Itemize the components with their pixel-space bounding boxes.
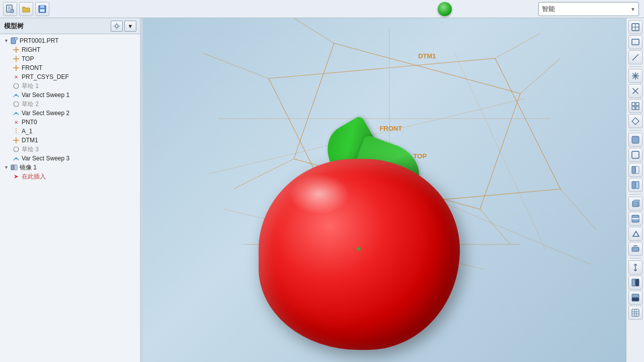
- svg-rect-82: [632, 294, 639, 298]
- svg-point-24: [15, 94, 17, 96]
- svg-rect-32: [11, 165, 14, 170]
- svg-rect-83: [632, 298, 639, 301]
- svg-rect-74: [632, 202, 638, 207]
- new-button[interactable]: [3, 2, 17, 16]
- top-viewport-label: TOP: [414, 152, 427, 160]
- rt-cross2-button[interactable]: [628, 84, 642, 98]
- rt-shade-dark-button[interactable]: [628, 291, 642, 305]
- rt-flatten-button[interactable]: [628, 242, 642, 256]
- tree-item-sweep2[interactable]: Var Sect Sweep 2: [0, 109, 140, 118]
- right-toolbar: [626, 18, 644, 362]
- panel-splitter[interactable]: [140, 18, 143, 362]
- rt-view-normal-button[interactable]: [628, 20, 642, 34]
- rt-hidden-line-button[interactable]: [628, 163, 642, 177]
- tree-item-csys[interactable]: ✕ PRT_CSYS_DEF: [0, 72, 140, 81]
- svg-line-37: [294, 18, 334, 43]
- rt-line-button[interactable]: [628, 50, 642, 64]
- rt-separator-2: [629, 130, 641, 131]
- panel-header: 模型树 ▼: [0, 18, 140, 34]
- tree-item-sweep1[interactable]: Var Sect Sweep 1: [0, 90, 140, 100]
- apple-3d-model: [244, 119, 475, 350]
- svg-rect-70: [632, 166, 635, 173]
- svg-rect-64: [636, 103, 639, 106]
- tree-item-root[interactable]: ▼ PRT0001.PRT: [0, 36, 140, 45]
- model-tree: ▼ PRT0001.PRT RIGHT: [0, 34, 140, 362]
- svg-rect-55: [632, 39, 639, 45]
- svg-rect-77: [632, 247, 639, 251]
- rt-cross1-button[interactable]: [628, 69, 642, 83]
- dtm1-viewport-label: DTM1: [418, 52, 436, 60]
- save-button[interactable]: [35, 2, 49, 16]
- rt-zoom-button[interactable]: [628, 227, 642, 241]
- tree-item-top[interactable]: TOP: [0, 54, 140, 63]
- svg-point-26: [15, 112, 17, 114]
- tree-options-button[interactable]: ▼: [124, 21, 136, 32]
- svg-point-25: [14, 102, 19, 107]
- rt-shade-light-button[interactable]: [628, 276, 642, 290]
- rt-view-2d-button[interactable]: [628, 35, 642, 49]
- tree-item-sketch1[interactable]: 草绘 1: [0, 81, 140, 90]
- tree-settings-button[interactable]: [111, 21, 123, 32]
- tree-item-right[interactable]: RIGHT: [0, 45, 140, 54]
- tree-item-pnto[interactable]: ✕ PNT0: [0, 118, 140, 127]
- mode-dropdown-value: 智能: [542, 5, 555, 14]
- svg-rect-33: [15, 165, 17, 170]
- svg-point-23: [14, 83, 19, 88]
- tree-item-front[interactable]: FRONT: [0, 63, 140, 72]
- mode-dropdown[interactable]: 智能: [538, 2, 639, 16]
- svg-rect-84: [632, 309, 639, 316]
- svg-rect-73: [635, 182, 639, 189]
- apple-highlight: [289, 174, 349, 214]
- svg-point-31: [15, 157, 17, 159]
- rt-separator-1: [629, 66, 641, 67]
- svg-rect-66: [636, 107, 639, 110]
- 3d-viewport[interactable]: DTM1 FRONT TOP ↖: [143, 18, 626, 362]
- front-viewport-label: FRONT: [379, 125, 402, 132]
- svg-rect-68: [632, 136, 639, 143]
- rt-datum-button[interactable]: [628, 114, 642, 128]
- svg-line-43: [560, 189, 596, 229]
- svg-marker-67: [632, 118, 639, 125]
- tree-item-sketch2[interactable]: 草绘 2: [0, 100, 140, 109]
- svg-line-42: [495, 33, 540, 58]
- svg-rect-69: [632, 151, 639, 158]
- top-toolbar: 智能: [0, 0, 644, 18]
- svg-rect-81: [635, 279, 639, 286]
- status-indicator: [438, 2, 452, 16]
- tree-item-sweep3[interactable]: Var Sect Sweep 3: [0, 154, 140, 163]
- rt-wireframe-button[interactable]: [628, 148, 642, 162]
- svg-rect-80: [632, 279, 635, 286]
- svg-line-56: [632, 54, 638, 60]
- open-button[interactable]: [19, 2, 33, 16]
- tree-item-dtm1[interactable]: DTM1: [0, 136, 140, 145]
- center-point: [358, 248, 363, 253]
- apple-body: [259, 159, 460, 350]
- svg-line-38: [520, 58, 560, 94]
- svg-line-41: [203, 53, 269, 78]
- svg-rect-65: [632, 107, 635, 110]
- panel-title: 模型树: [4, 22, 24, 31]
- svg-rect-72: [632, 182, 635, 189]
- rt-separator-4: [629, 258, 641, 258]
- svg-rect-71: [635, 166, 639, 173]
- svg-rect-9: [40, 9, 45, 12]
- rt-grid-button[interactable]: [628, 99, 642, 113]
- rt-perspective-button[interactable]: [628, 178, 642, 192]
- svg-rect-63: [632, 103, 635, 106]
- rt-section-button[interactable]: [628, 212, 642, 226]
- rt-3d-button[interactable]: [628, 197, 642, 211]
- tree-item-mirror1[interactable]: ▼ 镜像 1: [0, 163, 140, 172]
- rt-separator-3: [629, 194, 641, 195]
- model-tree-panel: 模型树 ▼ ▼: [0, 18, 141, 362]
- tree-item-insert[interactable]: ➤ 在此插入: [0, 172, 140, 181]
- tree-item-a1[interactable]: A_1: [0, 127, 140, 136]
- svg-point-30: [14, 147, 19, 152]
- rt-axis-flip-button[interactable]: [628, 260, 642, 275]
- tree-item-sketch3[interactable]: 草绘 3: [0, 145, 140, 154]
- rt-shaded-button[interactable]: [628, 133, 642, 147]
- svg-point-10: [115, 25, 118, 28]
- rt-grid-display-button[interactable]: [628, 306, 642, 320]
- svg-line-39: [480, 209, 510, 244]
- svg-rect-8: [40, 6, 44, 8]
